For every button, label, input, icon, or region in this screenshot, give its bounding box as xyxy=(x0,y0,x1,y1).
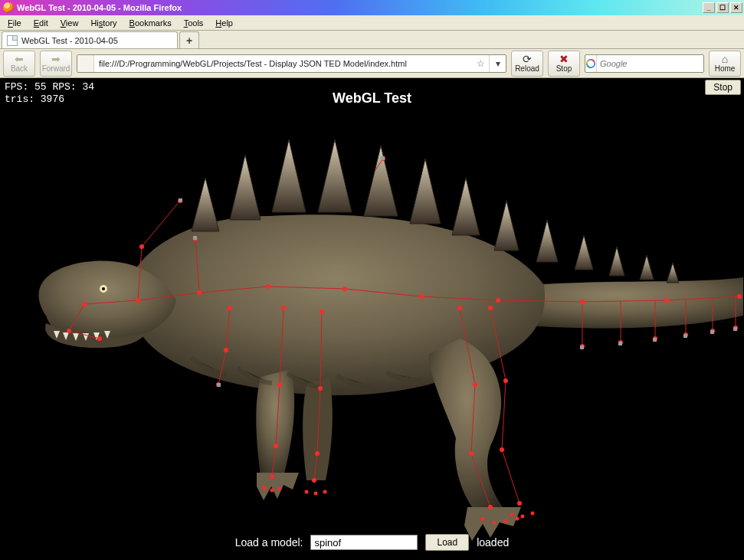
load-status: loaded xyxy=(477,536,509,549)
page-title: WebGL Test xyxy=(0,90,744,106)
svg-point-41 xyxy=(488,306,493,310)
svg-point-3 xyxy=(82,302,87,306)
menu-view[interactable]: View xyxy=(56,17,84,29)
svg-point-32 xyxy=(710,329,715,333)
arrow-left-icon: ⬅ xyxy=(15,54,24,64)
model-name-input[interactable] xyxy=(310,535,418,550)
search-engine-icon[interactable] xyxy=(585,55,597,72)
svg-point-9 xyxy=(496,298,500,303)
svg-point-25 xyxy=(503,378,508,383)
svg-rect-64 xyxy=(710,330,714,334)
svg-rect-61 xyxy=(618,342,622,345)
page-icon xyxy=(7,35,18,46)
svg-point-11 xyxy=(664,298,669,303)
svg-point-56 xyxy=(531,512,535,516)
svg-rect-66 xyxy=(381,156,385,160)
svg-rect-62 xyxy=(653,338,657,342)
model-render xyxy=(0,78,744,560)
home-icon: ⌂ xyxy=(722,54,728,64)
svg-point-28 xyxy=(580,344,585,349)
menu-bar: File Edit View History Bookmarks Tools H… xyxy=(0,15,744,31)
menu-edit[interactable]: Edit xyxy=(29,17,53,29)
svg-point-16 xyxy=(277,382,282,387)
svg-point-17 xyxy=(274,444,278,448)
bookmark-star-icon[interactable]: ☆ xyxy=(472,55,489,72)
animation-stop-button[interactable]: Stop xyxy=(705,80,741,95)
svg-point-26 xyxy=(500,447,504,452)
tab-active[interactable]: WebGL Test - 2010-04-05 xyxy=(2,31,178,48)
load-model-label: Load a model: xyxy=(235,536,303,549)
svg-point-13 xyxy=(139,244,144,249)
address-dropdown-icon[interactable]: ▾ xyxy=(489,55,506,72)
back-button[interactable]: ⬅ Back xyxy=(3,51,35,77)
stop-button[interactable]: ✖ Stop xyxy=(548,51,580,77)
svg-rect-63 xyxy=(683,334,687,338)
svg-point-45 xyxy=(270,489,274,493)
close-button[interactable]: ✕ xyxy=(730,2,742,13)
menu-tools[interactable]: Tools xyxy=(179,17,208,29)
reload-icon: ⟳ xyxy=(523,54,532,64)
svg-point-43 xyxy=(381,156,385,161)
search-input[interactable] xyxy=(597,55,704,72)
search-bar: 🔍 xyxy=(585,54,704,73)
svg-point-54 xyxy=(510,513,514,517)
menu-bookmarks[interactable]: Bookmarks xyxy=(125,17,176,29)
svg-point-15 xyxy=(193,237,198,241)
page-icon xyxy=(81,59,90,68)
site-identity-icon[interactable] xyxy=(77,55,94,72)
svg-point-55 xyxy=(521,515,525,519)
url-input[interactable] xyxy=(94,55,472,72)
svg-point-10 xyxy=(580,300,585,304)
menu-help[interactable]: Help xyxy=(211,17,238,29)
svg-point-47 xyxy=(305,490,309,494)
webgl-canvas-area[interactable]: FPS: 55 RPS: 34 tris: 3976 WebGL Test St… xyxy=(0,78,744,560)
svg-point-2 xyxy=(102,287,105,290)
reload-button[interactable]: ⟳ Reload xyxy=(511,51,543,77)
svg-point-19 xyxy=(318,386,323,391)
svg-point-29 xyxy=(618,340,623,345)
svg-point-21 xyxy=(312,478,316,483)
forward-button[interactable]: ➡ Forward xyxy=(40,51,72,77)
window-titlebar: WebGL Test - 2010-04-05 - Mozilla Firefo… xyxy=(0,0,744,15)
load-model-button[interactable]: Load xyxy=(425,534,469,551)
svg-point-37 xyxy=(216,382,221,387)
svg-point-36 xyxy=(224,348,228,352)
svg-point-46 xyxy=(278,487,282,491)
svg-point-12 xyxy=(737,294,742,299)
svg-point-31 xyxy=(683,332,688,337)
svg-rect-60 xyxy=(580,345,584,349)
svg-point-30 xyxy=(653,336,657,341)
svg-rect-57 xyxy=(179,198,182,202)
svg-point-22 xyxy=(473,382,477,387)
window-title: WebGL Test - 2010-04-05 - Mozilla Firefo… xyxy=(17,3,182,12)
svg-point-38 xyxy=(281,306,286,310)
svg-point-39 xyxy=(320,309,324,314)
svg-point-18 xyxy=(270,474,274,479)
new-tab-button[interactable]: + xyxy=(179,31,199,48)
svg-point-34 xyxy=(67,329,71,333)
svg-rect-58 xyxy=(193,236,197,240)
tab-strip: WebGL Test - 2010-04-05 + xyxy=(0,31,744,49)
svg-point-23 xyxy=(469,451,474,456)
svg-point-6 xyxy=(266,284,270,289)
svg-point-49 xyxy=(323,490,327,494)
svg-point-44 xyxy=(263,486,267,490)
maximize-button[interactable]: ☐ xyxy=(716,2,729,13)
svg-point-52 xyxy=(504,519,508,523)
svg-point-5 xyxy=(197,290,202,295)
stop-x-icon: ✖ xyxy=(559,54,569,64)
home-button[interactable]: ⌂ Home xyxy=(709,51,741,77)
menu-history[interactable]: History xyxy=(86,17,121,29)
menu-file[interactable]: File xyxy=(3,17,26,29)
svg-point-1 xyxy=(100,285,107,293)
svg-point-8 xyxy=(419,294,424,299)
svg-rect-65 xyxy=(733,327,737,331)
svg-point-48 xyxy=(314,492,318,496)
tab-label: WebGL Test - 2010-04-05 xyxy=(21,36,118,45)
svg-point-20 xyxy=(315,451,320,456)
minimize-button[interactable]: _ xyxy=(703,2,715,13)
load-model-bar: Load a model: Load loaded xyxy=(0,534,744,551)
svg-point-24 xyxy=(488,505,493,509)
svg-point-53 xyxy=(516,517,519,521)
svg-point-51 xyxy=(493,521,497,525)
